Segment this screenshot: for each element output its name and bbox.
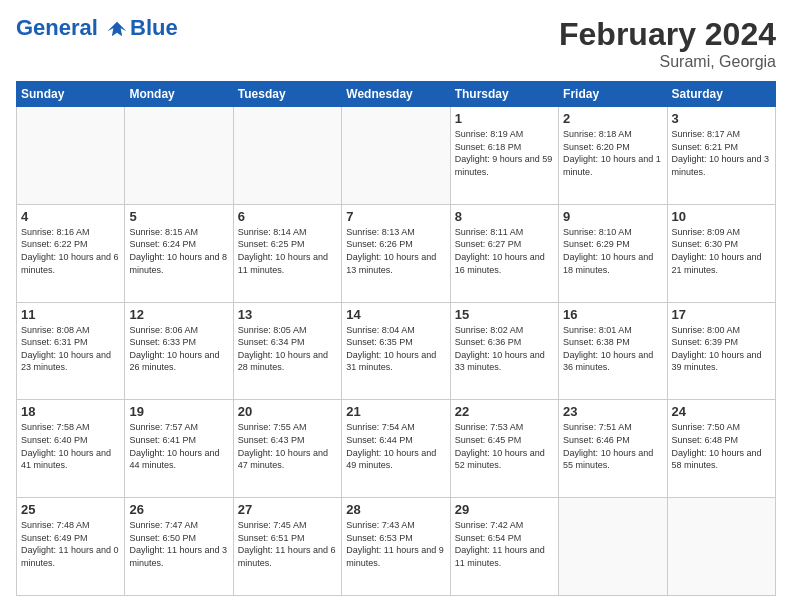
day-number: 22: [455, 404, 554, 419]
calendar-cell: 6Sunrise: 8:14 AMSunset: 6:25 PMDaylight…: [233, 204, 341, 302]
location-title: Surami, Georgia: [559, 53, 776, 71]
calendar-cell: [17, 107, 125, 205]
day-number: 21: [346, 404, 445, 419]
day-number: 8: [455, 209, 554, 224]
calendar-cell: 23Sunrise: 7:51 AMSunset: 6:46 PMDayligh…: [559, 400, 667, 498]
calendar-table: SundayMondayTuesdayWednesdayThursdayFrid…: [16, 81, 776, 596]
day-info: Sunrise: 8:18 AMSunset: 6:20 PMDaylight:…: [563, 128, 662, 178]
weekday-header-wednesday: Wednesday: [342, 82, 450, 107]
calendar-cell: 27Sunrise: 7:45 AMSunset: 6:51 PMDayligh…: [233, 498, 341, 596]
calendar-cell: 17Sunrise: 8:00 AMSunset: 6:39 PMDayligh…: [667, 302, 775, 400]
day-info: Sunrise: 8:14 AMSunset: 6:25 PMDaylight:…: [238, 226, 337, 276]
calendar-cell: 29Sunrise: 7:42 AMSunset: 6:54 PMDayligh…: [450, 498, 558, 596]
day-info: Sunrise: 8:15 AMSunset: 6:24 PMDaylight:…: [129, 226, 228, 276]
day-number: 6: [238, 209, 337, 224]
day-info: Sunrise: 8:08 AMSunset: 6:31 PMDaylight:…: [21, 324, 120, 374]
day-number: 14: [346, 307, 445, 322]
day-number: 12: [129, 307, 228, 322]
day-number: 25: [21, 502, 120, 517]
calendar-cell: 12Sunrise: 8:06 AMSunset: 6:33 PMDayligh…: [125, 302, 233, 400]
calendar-cell: 21Sunrise: 7:54 AMSunset: 6:44 PMDayligh…: [342, 400, 450, 498]
day-number: 28: [346, 502, 445, 517]
day-number: 7: [346, 209, 445, 224]
day-number: 20: [238, 404, 337, 419]
day-number: 9: [563, 209, 662, 224]
day-number: 10: [672, 209, 771, 224]
logo-bird-icon: [106, 18, 128, 40]
day-number: 5: [129, 209, 228, 224]
day-info: Sunrise: 7:43 AMSunset: 6:53 PMDaylight:…: [346, 519, 445, 569]
day-info: Sunrise: 7:51 AMSunset: 6:46 PMDaylight:…: [563, 421, 662, 471]
day-number: 15: [455, 307, 554, 322]
day-info: Sunrise: 8:02 AMSunset: 6:36 PMDaylight:…: [455, 324, 554, 374]
day-info: Sunrise: 8:06 AMSunset: 6:33 PMDaylight:…: [129, 324, 228, 374]
calendar-cell: 13Sunrise: 8:05 AMSunset: 6:34 PMDayligh…: [233, 302, 341, 400]
day-info: Sunrise: 8:05 AMSunset: 6:34 PMDaylight:…: [238, 324, 337, 374]
day-info: Sunrise: 8:17 AMSunset: 6:21 PMDaylight:…: [672, 128, 771, 178]
page-header: General Blue February 2024 Surami, Georg…: [16, 16, 776, 71]
day-number: 18: [21, 404, 120, 419]
day-number: 17: [672, 307, 771, 322]
calendar-week-0: 1Sunrise: 8:19 AMSunset: 6:18 PMDaylight…: [17, 107, 776, 205]
day-info: Sunrise: 8:16 AMSunset: 6:22 PMDaylight:…: [21, 226, 120, 276]
logo-text-blue: Blue: [130, 16, 178, 40]
day-number: 27: [238, 502, 337, 517]
month-title: February 2024: [559, 16, 776, 53]
calendar-cell: 4Sunrise: 8:16 AMSunset: 6:22 PMDaylight…: [17, 204, 125, 302]
calendar-cell: [233, 107, 341, 205]
calendar-cell: [667, 498, 775, 596]
day-info: Sunrise: 7:55 AMSunset: 6:43 PMDaylight:…: [238, 421, 337, 471]
day-info: Sunrise: 7:50 AMSunset: 6:48 PMDaylight:…: [672, 421, 771, 471]
calendar-cell: 9Sunrise: 8:10 AMSunset: 6:29 PMDaylight…: [559, 204, 667, 302]
calendar-week-4: 25Sunrise: 7:48 AMSunset: 6:49 PMDayligh…: [17, 498, 776, 596]
day-number: 29: [455, 502, 554, 517]
calendar-cell: 15Sunrise: 8:02 AMSunset: 6:36 PMDayligh…: [450, 302, 558, 400]
calendar-cell: 22Sunrise: 7:53 AMSunset: 6:45 PMDayligh…: [450, 400, 558, 498]
calendar-cell: [559, 498, 667, 596]
weekday-header-thursday: Thursday: [450, 82, 558, 107]
calendar-cell: 18Sunrise: 7:58 AMSunset: 6:40 PMDayligh…: [17, 400, 125, 498]
calendar-cell: 8Sunrise: 8:11 AMSunset: 6:27 PMDaylight…: [450, 204, 558, 302]
svg-marker-0: [108, 22, 127, 37]
day-number: 13: [238, 307, 337, 322]
day-info: Sunrise: 7:53 AMSunset: 6:45 PMDaylight:…: [455, 421, 554, 471]
day-info: Sunrise: 8:09 AMSunset: 6:30 PMDaylight:…: [672, 226, 771, 276]
calendar-cell: 26Sunrise: 7:47 AMSunset: 6:50 PMDayligh…: [125, 498, 233, 596]
calendar-cell: 28Sunrise: 7:43 AMSunset: 6:53 PMDayligh…: [342, 498, 450, 596]
calendar-header-row: SundayMondayTuesdayWednesdayThursdayFrid…: [17, 82, 776, 107]
calendar-cell: 16Sunrise: 8:01 AMSunset: 6:38 PMDayligh…: [559, 302, 667, 400]
day-number: 3: [672, 111, 771, 126]
logo-text-general: General: [16, 15, 98, 40]
day-info: Sunrise: 8:19 AMSunset: 6:18 PMDaylight:…: [455, 128, 554, 178]
day-info: Sunrise: 8:04 AMSunset: 6:35 PMDaylight:…: [346, 324, 445, 374]
calendar-cell: 19Sunrise: 7:57 AMSunset: 6:41 PMDayligh…: [125, 400, 233, 498]
calendar-week-1: 4Sunrise: 8:16 AMSunset: 6:22 PMDaylight…: [17, 204, 776, 302]
calendar-cell: 3Sunrise: 8:17 AMSunset: 6:21 PMDaylight…: [667, 107, 775, 205]
day-info: Sunrise: 8:13 AMSunset: 6:26 PMDaylight:…: [346, 226, 445, 276]
day-number: 4: [21, 209, 120, 224]
calendar-cell: 20Sunrise: 7:55 AMSunset: 6:43 PMDayligh…: [233, 400, 341, 498]
calendar-week-2: 11Sunrise: 8:08 AMSunset: 6:31 PMDayligh…: [17, 302, 776, 400]
day-info: Sunrise: 7:48 AMSunset: 6:49 PMDaylight:…: [21, 519, 120, 569]
day-info: Sunrise: 7:54 AMSunset: 6:44 PMDaylight:…: [346, 421, 445, 471]
title-area: February 2024 Surami, Georgia: [559, 16, 776, 71]
weekday-header-friday: Friday: [559, 82, 667, 107]
calendar-week-3: 18Sunrise: 7:58 AMSunset: 6:40 PMDayligh…: [17, 400, 776, 498]
weekday-header-tuesday: Tuesday: [233, 82, 341, 107]
day-info: Sunrise: 8:00 AMSunset: 6:39 PMDaylight:…: [672, 324, 771, 374]
day-number: 26: [129, 502, 228, 517]
weekday-header-monday: Monday: [125, 82, 233, 107]
day-number: 1: [455, 111, 554, 126]
day-info: Sunrise: 7:57 AMSunset: 6:41 PMDaylight:…: [129, 421, 228, 471]
day-number: 23: [563, 404, 662, 419]
weekday-header-sunday: Sunday: [17, 82, 125, 107]
day-info: Sunrise: 7:45 AMSunset: 6:51 PMDaylight:…: [238, 519, 337, 569]
calendar-cell: 1Sunrise: 8:19 AMSunset: 6:18 PMDaylight…: [450, 107, 558, 205]
calendar-cell: 24Sunrise: 7:50 AMSunset: 6:48 PMDayligh…: [667, 400, 775, 498]
weekday-header-saturday: Saturday: [667, 82, 775, 107]
calendar-cell: 14Sunrise: 8:04 AMSunset: 6:35 PMDayligh…: [342, 302, 450, 400]
day-number: 16: [563, 307, 662, 322]
logo: General Blue: [16, 16, 178, 40]
calendar-cell: 11Sunrise: 8:08 AMSunset: 6:31 PMDayligh…: [17, 302, 125, 400]
calendar-cell: [125, 107, 233, 205]
